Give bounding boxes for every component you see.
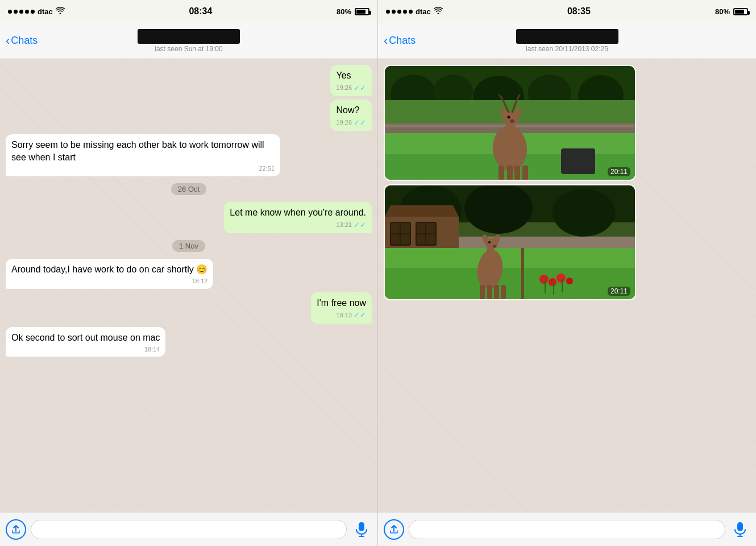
- back-button-right[interactable]: ‹ Chats: [384, 35, 416, 47]
- battery-bar-left: [355, 8, 369, 15]
- message-row-around: Around today,I have work to do on car sh…: [6, 259, 372, 288]
- svg-rect-68: [737, 522, 743, 531]
- date-badge-1nov-text: 1 Nov: [172, 240, 205, 252]
- back-button-left[interactable]: ‹ Chats: [6, 35, 38, 47]
- svg-point-52: [566, 278, 573, 284]
- status-right-left: 80%: [337, 7, 369, 16]
- svg-rect-63: [480, 285, 485, 299]
- message-input-right[interactable]: [409, 520, 725, 539]
- status-right-right: 80%: [715, 7, 748, 16]
- mic-button-right[interactable]: [730, 519, 750, 540]
- bubble-around-text: Around today,I have work to do on car sh…: [11, 264, 207, 274]
- contact-name-bar-left: [138, 29, 240, 44]
- chat-area-right[interactable]: 20:11: [378, 59, 756, 512]
- ticks-now: ✓✓: [354, 118, 366, 128]
- message-row-letmeknow: Let me know when you're around. 13:21 ✓✓: [6, 202, 372, 233]
- wifi-icon-left: [56, 7, 65, 16]
- time-oksecond: 18:14: [144, 345, 160, 354]
- img-time-overlay-2: 20:11: [608, 287, 630, 296]
- carrier-right: dtac: [416, 7, 431, 16]
- status-left-right: dtac: [386, 7, 443, 16]
- time-yes: 19:26: [336, 84, 352, 92]
- input-bar-right: [378, 512, 756, 546]
- nav-subtitle-left: last seen Sun at 19:00: [138, 45, 240, 53]
- image-bubble-deer2[interactable]: 20:11: [384, 184, 636, 300]
- message-row-freenow: I'm free now 18:13 ✓✓: [6, 292, 372, 324]
- svg-point-32: [510, 119, 514, 123]
- ticks-freenow: ✓✓: [354, 310, 366, 320]
- image-bubble-deer1[interactable]: 20:11: [384, 65, 636, 181]
- message-row-yes: Yes 19:26 ✓✓: [6, 65, 372, 96]
- nav-subtitle-right: last seen 20/11/2013 02:25: [516, 45, 618, 53]
- share-button-right[interactable]: [384, 519, 404, 540]
- message-row-deer2: 20:11: [384, 184, 750, 300]
- bubble-now: Now? 19:26 ✓✓: [330, 100, 372, 131]
- time-right: 08:35: [567, 6, 591, 16]
- bubble-sorry-text: Sorry seem to be missing each other bak …: [11, 140, 264, 162]
- time-freenow: 18:13: [336, 311, 352, 320]
- bubble-around: Around today,I have work to do on car sh…: [6, 259, 213, 288]
- status-bar-left: dtac 08:34 80%: [0, 0, 377, 23]
- battery-pct-right: 80%: [715, 7, 730, 16]
- input-bar-left: [0, 512, 377, 546]
- svg-point-49: [539, 275, 549, 284]
- svg-marker-45: [385, 205, 459, 217]
- wifi-icon-right: [434, 7, 443, 16]
- svg-point-62: [488, 241, 491, 243]
- signal-dots-right: [386, 10, 413, 14]
- svg-rect-48: [385, 268, 635, 299]
- bubble-yes: Yes 19:26 ✓✓: [330, 65, 372, 96]
- bubble-oksecond: Ok second to sort out mouse on mac 18:14: [6, 327, 165, 357]
- svg-point-50: [549, 278, 556, 286]
- back-arrow-left: ‹: [6, 35, 10, 47]
- ticks-letmeknow: ✓✓: [354, 220, 366, 230]
- svg-rect-0: [359, 522, 364, 531]
- nav-title-right: last seen 20/11/2013 02:25: [516, 29, 618, 53]
- right-phone-screen: dtac 08:35 80% ‹ Chats las: [378, 0, 756, 546]
- svg-rect-64: [487, 285, 492, 299]
- svg-rect-28: [507, 166, 513, 180]
- message-row-deer1: 20:11: [384, 65, 750, 181]
- battery-pct-left: 80%: [337, 7, 351, 16]
- date-badge-26oct: 26 Oct: [6, 183, 372, 195]
- time-sorry: 22:51: [259, 164, 275, 173]
- bubble-sorry: Sorry seem to be missing each other bak …: [6, 134, 280, 176]
- chat-area-left[interactable]: Yes 19:26 ✓✓ Now? 19:26 ✓✓ Sorry seem to…: [0, 59, 377, 512]
- svg-rect-15: [561, 148, 595, 174]
- share-button-left[interactable]: [6, 519, 26, 540]
- bubble-letmeknow: Let me know when you're around. 13:21 ✓✓: [224, 202, 372, 233]
- svg-rect-65: [494, 285, 499, 299]
- svg-rect-29: [514, 166, 520, 180]
- mic-button-left[interactable]: [351, 519, 372, 540]
- time-left: 08:34: [189, 6, 212, 16]
- time-around: 18:12: [192, 277, 208, 286]
- img-time-overlay-1: 20:11: [608, 167, 630, 176]
- back-label-left: Chats: [11, 35, 38, 47]
- bubble-freenow-text: I'm free now: [317, 298, 366, 308]
- contact-name-bar-right: [516, 29, 618, 44]
- svg-rect-27: [499, 166, 504, 180]
- deer-image-2: [385, 185, 635, 299]
- back-arrow-right: ‹: [384, 35, 388, 47]
- message-row-now: Now? 19:26 ✓✓: [6, 100, 372, 131]
- nav-title-left: last seen Sun at 19:00: [138, 29, 240, 53]
- bubble-now-text: Now?: [336, 105, 359, 115]
- svg-rect-67: [521, 248, 524, 299]
- status-left-left: dtac: [8, 7, 65, 16]
- ticks-yes: ✓✓: [354, 83, 366, 93]
- carrier-left: dtac: [38, 7, 53, 16]
- bubble-oksecond-text: Ok second to sort out mouse on mac: [11, 333, 160, 342]
- battery-bar-right: [733, 8, 748, 15]
- svg-rect-30: [522, 166, 528, 180]
- message-input-left[interactable]: [31, 520, 347, 539]
- bubble-yes-text: Yes: [336, 71, 351, 80]
- date-badge-1nov: 1 Nov: [6, 240, 372, 252]
- status-bar-right: dtac 08:35 80%: [378, 0, 756, 23]
- bubble-letmeknow-text: Let me know when you're around.: [230, 208, 366, 217]
- svg-point-51: [556, 274, 566, 283]
- bubble-freenow: I'm free now 18:13 ✓✓: [311, 292, 372, 324]
- svg-point-37: [553, 189, 615, 237]
- nav-bar-left: ‹ Chats last seen Sun at 19:00: [0, 23, 377, 59]
- time-now: 19:26: [336, 118, 352, 127]
- message-row-oksecond: Ok second to sort out mouse on mac 18:14: [6, 327, 372, 357]
